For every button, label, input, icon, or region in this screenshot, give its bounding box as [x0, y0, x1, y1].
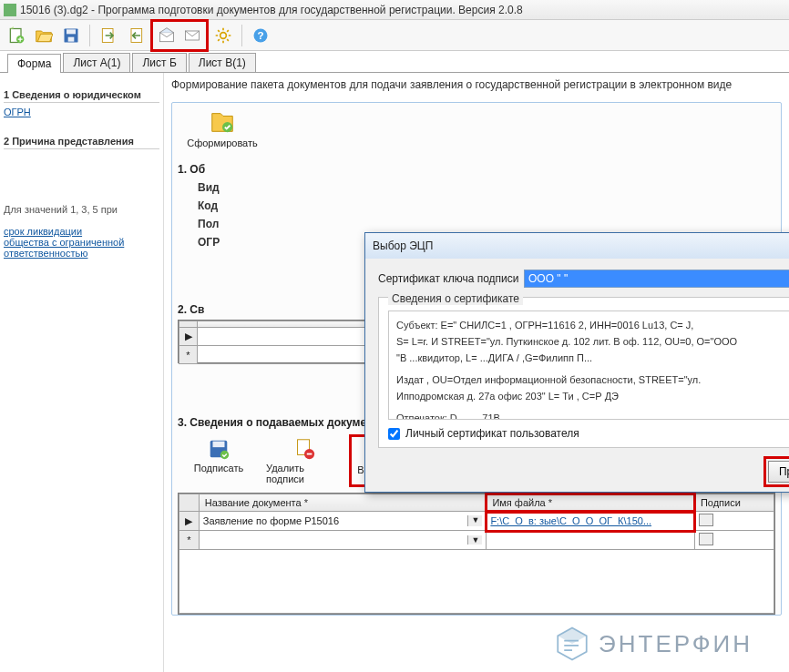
cert-details-text[interactable]: Субъект: E=" СНИЛС=1 , ОГРН=11616 2, ИНН… [388, 311, 789, 420]
svg-rect-4 [68, 36, 75, 41]
sign-button[interactable]: Подписать [178, 434, 260, 487]
svg-rect-3 [67, 29, 76, 34]
import-button[interactable] [123, 23, 149, 48]
new-button[interactable] [4, 23, 29, 48]
col-sign: Подписи [701, 497, 741, 508]
toolbar-separator [89, 25, 90, 46]
export-button[interactable] [96, 23, 121, 48]
field-ogr: ОГР [198, 236, 220, 249]
documents-grid[interactable]: Название документа Имя файла Подписи ▶ З… [178, 493, 775, 615]
settings-button[interactable] [210, 23, 236, 48]
new-row-selector[interactable]: * [179, 531, 200, 550]
delete-sign-button[interactable]: Удалить подписи [263, 434, 345, 487]
field-vid: Вид [198, 181, 220, 194]
tab-listb[interactable]: Лист Б [132, 53, 186, 72]
tab-lista[interactable]: Лист А(1) [63, 53, 130, 72]
save-button[interactable] [58, 23, 84, 48]
cert-details-group: Сведения о сертификате Субъект: E=" СНИЛ… [378, 297, 789, 448]
left-section-2[interactable]: 2 Причина представления [4, 136, 159, 149]
section-1-title: 1. Об [178, 163, 781, 176]
form-package-button[interactable]: Сформировать [181, 108, 263, 148]
left-section-1[interactable]: 1 Сведения о юридическом [4, 89, 159, 103]
sign-cell[interactable] [694, 512, 774, 531]
ellipsis-button[interactable] [699, 533, 713, 545]
form-package-label: Сформировать [187, 137, 258, 148]
left-panel: 1 Сведения о юридическом ОГРН 2 Причина … [0, 73, 164, 672]
cert-combo-value: ООО " " [528, 272, 568, 285]
dropdown-icon[interactable]: ▼ [467, 515, 482, 526]
ecp-dialog: Выбор ЭЦП Сертификат ключа подписи ООО "… [364, 232, 789, 493]
sign-label: Подписать [194, 463, 243, 473]
highlighted-toolbar-group [150, 19, 209, 52]
help-button[interactable]: ? [248, 23, 273, 48]
left-extra-3[interactable]: ответственностью [4, 248, 159, 259]
main-toolbar: ? [0, 20, 789, 51]
personal-cert-label: Личный сертификат пользователя [405, 427, 579, 440]
svg-point-9 [220, 32, 227, 38]
watermark: ЭНТЕРФИН [553, 625, 753, 663]
main-area: 1 Сведения о юридическом ОГРН 2 Причина … [0, 73, 789, 672]
tab-forma[interactable]: Форма [7, 54, 61, 73]
mail-button[interactable] [179, 23, 205, 48]
svg-text:?: ? [257, 29, 263, 41]
package-toolbar: Сформировать [172, 103, 781, 154]
svg-point-15 [220, 451, 229, 459]
delete-sign-label: Удалить подписи [266, 463, 343, 484]
window-title: 15016 (3).dg2 - Программа подготовки док… [20, 4, 523, 16]
field-kod: Код [198, 199, 218, 212]
toolbar-separator [241, 25, 242, 46]
cert-label: Сертификат ключа подписи [378, 272, 524, 285]
app-icon [4, 4, 16, 16]
document-tabs: Форма Лист А(1) Лист Б Лист В(1) [0, 51, 789, 73]
ogrn-link[interactable]: ОГРН [4, 107, 159, 117]
field-pol: Пол [198, 218, 219, 230]
dropdown-icon[interactable]: ▼ [467, 535, 482, 545]
doc-name-cell[interactable]: Заявление по форме Р15016▼ [199, 512, 487, 531]
left-note: Для значений 1, 3, 5 при [4, 204, 159, 215]
personal-cert-checkbox[interactable] [388, 428, 400, 440]
left-extra-2[interactable]: общества с ограниченной [4, 237, 159, 248]
left-extra-1[interactable]: срок ликвидации [4, 226, 159, 237]
package-button[interactable] [154, 23, 179, 48]
col-file: Имя файла [492, 497, 552, 508]
cert-group-title: Сведения о сертификате [388, 292, 523, 305]
package-caption: Формирование пакета документов для подач… [164, 73, 789, 97]
file-name-cell[interactable]: F:\С_О_в: зые\С_О_О_ОГ_К\150... [487, 512, 695, 531]
tab-listv[interactable]: Лист В(1) [189, 53, 256, 72]
dialog-title[interactable]: Выбор ЭЦП [365, 233, 789, 259]
open-button[interactable] [31, 23, 56, 48]
ellipsis-button[interactable] [699, 514, 713, 526]
right-panel: Формирование пакета документов для подач… [164, 73, 789, 672]
apply-button[interactable]: Применить [768, 461, 789, 483]
cert-combo[interactable]: ООО " " ▼ [524, 270, 789, 288]
col-name: Название документа [205, 497, 308, 508]
watermark-text: ЭНТЕРФИН [599, 630, 753, 658]
svg-rect-14 [213, 442, 225, 448]
watermark-logo-icon [553, 625, 591, 663]
titlebar: 15016 (3).dg2 - Программа подготовки док… [0, 0, 789, 20]
row-selector[interactable]: ▶ [179, 512, 200, 531]
